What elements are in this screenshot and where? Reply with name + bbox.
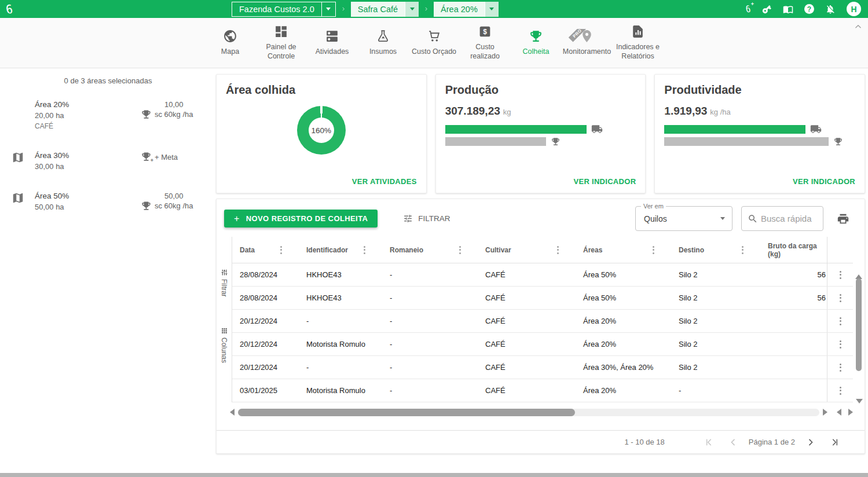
ver-atividades-link[interactable]: VER ATIVIDADES bbox=[352, 177, 417, 186]
column-menu-icon[interactable] bbox=[651, 244, 656, 256]
table-row[interactable]: 20/12/2024 - - CAFÉ Área 20% Silo 2 bbox=[232, 310, 853, 333]
frozen-col-scroll-left-arrow[interactable] bbox=[837, 409, 841, 416]
nav-item-insumos[interactable]: Insumos bbox=[359, 29, 408, 57]
table-row[interactable]: 03/01/2025 Motorista Romulo - CAFÉ Área … bbox=[232, 379, 853, 402]
season-selector-caret[interactable] bbox=[405, 2, 419, 17]
key-icon[interactable] bbox=[759, 2, 774, 16]
horizontal-scroll-track[interactable] bbox=[238, 409, 819, 416]
frozen-col-scroll-right-arrow[interactable] bbox=[848, 409, 853, 416]
cell-identificador: - bbox=[299, 363, 382, 372]
scroll-down-arrow[interactable] bbox=[856, 399, 863, 403]
previous-page-button[interactable] bbox=[728, 438, 738, 447]
filter-button[interactable]: FILTRAR bbox=[403, 214, 450, 223]
aegro-logo[interactable]: ∂ bbox=[6, 2, 13, 16]
invite-icon[interactable]: ∂+ bbox=[746, 3, 750, 14]
area-goal[interactable]: 50,00 sc 60kg /ha bbox=[141, 192, 193, 211]
nav-label: Indicadores e Relatórios bbox=[614, 43, 662, 61]
quick-search-field[interactable] bbox=[741, 206, 823, 231]
table-toolbar: + NOVO REGISTRO DE COLHEITA FILTRAR Ver … bbox=[217, 199, 865, 236]
nav-item-colheita[interactable]: Colheita bbox=[512, 29, 561, 57]
harvested-area-donut-chart: 160% bbox=[297, 106, 346, 155]
col-header-data: Data bbox=[240, 246, 255, 254]
breadcrumb-chevron-icon bbox=[424, 5, 428, 13]
horizontal-scroll-thumb[interactable] bbox=[238, 409, 575, 416]
nav-item-painel-de-controle[interactable]: Painel de Controle bbox=[257, 24, 306, 61]
season-selector[interactable]: Safra Café bbox=[351, 2, 419, 17]
farm-selector-caret[interactable] bbox=[321, 2, 335, 16]
table-row[interactable]: 20/12/2024 Motorista Romulo - CAFÉ Área … bbox=[232, 333, 853, 356]
table-row[interactable]: 28/08/2024 HKHOE43 - CAFÉ Área 50% Silo … bbox=[232, 263, 853, 287]
column-menu-icon[interactable] bbox=[555, 244, 561, 256]
row-menu-icon[interactable] bbox=[838, 339, 843, 350]
nav-label: Mapa bbox=[221, 47, 239, 57]
area-list-item[interactable]: Área 30% 30,00 ha + + Meta bbox=[0, 151, 216, 171]
cell-cultivar: CAFÉ bbox=[478, 293, 576, 302]
cell-romaneio: - bbox=[382, 340, 478, 348]
cell-data: 20/12/2024 bbox=[232, 363, 299, 372]
card-title: Produção bbox=[445, 83, 636, 97]
last-page-button[interactable] bbox=[830, 438, 840, 447]
dollar-icon bbox=[478, 24, 492, 39]
scroll-up-arrow[interactable] bbox=[855, 265, 862, 279]
vertical-scrollbar[interactable] bbox=[855, 265, 863, 403]
breadcrumb-chevron-icon bbox=[341, 5, 346, 13]
user-avatar[interactable]: H bbox=[847, 2, 861, 16]
column-menu-icon[interactable] bbox=[279, 244, 284, 256]
row-menu-icon[interactable] bbox=[838, 385, 843, 397]
column-menu-icon[interactable] bbox=[362, 244, 367, 256]
chevron-down-icon bbox=[720, 217, 725, 220]
cell-cultivar: CAFÉ bbox=[478, 386, 576, 395]
nav-item-custo-orcado[interactable]: Custo Orçado bbox=[410, 29, 459, 57]
season-selector-label: Safra Café bbox=[351, 2, 405, 17]
row-menu-icon[interactable] bbox=[838, 292, 843, 304]
nav-item-indicadores-relatorios[interactable]: Indicadores e Relatórios bbox=[614, 24, 662, 61]
nav-item-monitoramento[interactable]: PRO Monitoramento bbox=[563, 29, 611, 57]
cell-cultivar: CAFÉ bbox=[478, 363, 576, 372]
add-goal-label: + Meta bbox=[155, 153, 178, 162]
cell-data: 03/01/2025 bbox=[232, 386, 299, 395]
area-selector-caret[interactable] bbox=[485, 2, 499, 17]
nav-item-mapa[interactable]: Mapa bbox=[206, 29, 255, 57]
goal-bar bbox=[664, 137, 829, 146]
topbar-actions: ∂+ ? H bbox=[746, 0, 861, 18]
next-page-button[interactable] bbox=[806, 438, 815, 447]
first-page-button[interactable] bbox=[704, 438, 713, 447]
help-icon[interactable]: ? bbox=[804, 4, 814, 14]
nav-item-custo-realizado[interactable]: Custo realizado bbox=[461, 24, 510, 61]
area-size: 20,00 ha bbox=[35, 111, 141, 120]
goal-bar bbox=[445, 137, 547, 146]
new-harvest-record-button[interactable]: + NOVO REGISTRO DE COLHEITA bbox=[224, 210, 378, 228]
donut-percent: 160% bbox=[312, 126, 332, 135]
area-selector[interactable]: Área 20% bbox=[434, 2, 499, 17]
add-goal-button[interactable]: + + Meta bbox=[141, 151, 178, 162]
search-input[interactable] bbox=[761, 214, 817, 223]
horizontal-scrollbar[interactable] bbox=[230, 408, 853, 416]
view-in-select[interactable]: Ver em Quilos bbox=[635, 206, 733, 231]
row-menu-icon[interactable] bbox=[838, 362, 843, 373]
column-menu-icon[interactable] bbox=[740, 244, 745, 256]
farm-selector[interactable]: Fazenda Custos 2.0 bbox=[232, 2, 336, 17]
table-row[interactable]: 28/08/2024 HKHOE43 - CAFÉ Área 50% Silo … bbox=[232, 287, 853, 310]
row-menu-icon[interactable] bbox=[838, 269, 843, 281]
card-title: Área colhida bbox=[226, 83, 417, 97]
table-row[interactable]: 20/12/2024 - - CAFÉ Área 30%, Área 20% S… bbox=[232, 356, 853, 379]
first-page-icon bbox=[704, 438, 713, 447]
tune-icon bbox=[221, 269, 228, 276]
row-menu-icon[interactable] bbox=[838, 315, 843, 327]
nav-item-atividades[interactable]: Atividades bbox=[308, 29, 357, 57]
area-list-item[interactable]: Área 50% 50,00 ha 50,00 sc 60kg /ha bbox=[0, 192, 216, 211]
column-menu-icon[interactable] bbox=[457, 244, 463, 256]
side-tab-colunas[interactable]: Colunas bbox=[217, 327, 232, 363]
scroll-right-arrow[interactable] bbox=[823, 409, 827, 416]
collapse-navbar-icon[interactable] bbox=[854, 23, 862, 31]
notifications-off-icon[interactable] bbox=[825, 4, 836, 14]
ver-indicador-link[interactable]: VER INDICADOR bbox=[793, 177, 855, 186]
area-list-item[interactable]: Área 20% 20,00 ha CAFÉ 10,00 sc 60kg /ha bbox=[0, 100, 216, 130]
guide-book-icon[interactable] bbox=[783, 4, 793, 14]
area-goal[interactable]: 10,00 sc 60kg /ha bbox=[141, 100, 193, 120]
side-tab-filtrar[interactable]: Filtrar bbox=[217, 269, 232, 297]
ver-indicador-link[interactable]: VER INDICADOR bbox=[573, 177, 636, 186]
vertical-scroll-thumb[interactable] bbox=[856, 278, 862, 371]
scroll-left-arrow[interactable] bbox=[230, 409, 235, 416]
print-button[interactable] bbox=[837, 212, 849, 225]
